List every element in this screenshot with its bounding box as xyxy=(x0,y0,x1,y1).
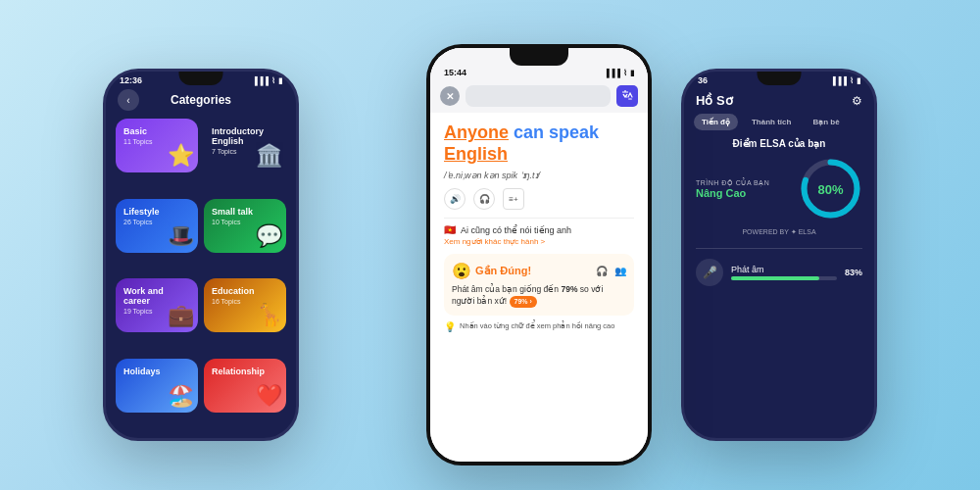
level-label: TRÌNH ĐỘ CỦA BẠN xyxy=(696,179,791,187)
translation-title: Anyone can speak English xyxy=(444,122,634,165)
holidays-emoji: 🏖️ xyxy=(168,383,194,409)
vn-flag: 🇻🇳 xyxy=(444,224,456,235)
category-relationship[interactable]: Relationship ❤️ xyxy=(204,359,286,413)
search-field[interactable] xyxy=(466,85,611,107)
holidays-title: Holidays xyxy=(123,367,190,376)
phones-container: 12:36 ▐▐▐ ⌇ ▮ ‹ Categories Basic 11 Topi… xyxy=(49,20,931,470)
relationship-title: Relationship xyxy=(212,367,278,376)
back-button[interactable]: ‹ xyxy=(118,89,139,111)
category-lifestyle[interactable]: Lifestyle 26 Topics 🎩 xyxy=(116,199,198,253)
tab-friends[interactable]: Bạn bè xyxy=(805,114,847,130)
center-wifi: ⌇ xyxy=(623,69,627,77)
audio-btn-add[interactable]: ≡+ xyxy=(503,188,524,210)
audio-btn-2[interactable]: 🎧 xyxy=(473,188,495,210)
left-status-icons: ▐▐▐ ⌇ ▮ xyxy=(252,76,282,85)
level-value: Nâng Cao xyxy=(696,187,791,199)
profile-title: Hồ Sơ xyxy=(696,93,733,108)
phone-right: 36 ▐▐▐ ⌇ ▮ Hồ Sơ ⚙ Tiến độ Thành tích Bạ… xyxy=(681,69,877,441)
basic-title: Basic xyxy=(123,126,190,136)
category-basic[interactable]: Basic 11 Topics ⭐ xyxy=(116,119,198,172)
category-work[interactable]: Work and career 19 Topics 💼 xyxy=(116,278,198,332)
battery-icon: ▮ xyxy=(278,76,282,85)
search-bar: ✕ xyxy=(430,79,648,113)
tip-text: Nhấn vào từng chữ để xem phản hồi nâng c… xyxy=(460,321,614,331)
smalltalk-emoji: 💬 xyxy=(256,223,282,249)
center-main: Anyone can speak English /ˈe.niˌwən kən … xyxy=(430,113,648,462)
divider-1 xyxy=(444,218,634,219)
left-header: ‹ Categories xyxy=(106,87,296,113)
tab-progress[interactable]: Tiến độ xyxy=(694,114,738,130)
vn-text: Ai cũng có thể nói tiếng anh xyxy=(461,225,571,235)
result-people-icon[interactable]: 👥 xyxy=(614,266,626,276)
skill-info: Phát âm xyxy=(731,265,837,280)
audio-controls: 🔊 🎧 ≡+ xyxy=(444,188,634,210)
phone-center: 15:44 ▐▐▐ ⌇ ▮ ✕ xyxy=(426,44,652,466)
center-notch xyxy=(510,48,568,66)
lifestyle-emoji: 🎩 xyxy=(168,223,194,249)
right-wifi: ⌇ xyxy=(850,76,854,85)
elsa-brand: POWERED BY ✦ ELSA xyxy=(696,228,862,236)
right-battery: ▮ xyxy=(857,76,860,85)
result-audio-btn[interactable]: 🎧 xyxy=(596,266,608,276)
skill-pct: 83% xyxy=(845,268,862,277)
smalltalk-title: Small talk xyxy=(212,207,278,217)
skill-bar-wrap xyxy=(731,276,837,280)
word-english[interactable]: English xyxy=(444,144,508,164)
skill-bar-fill xyxy=(731,276,819,280)
center-phone-content: 15:44 ▐▐▐ ⌇ ▮ ✕ xyxy=(430,48,648,462)
relationship-emoji: ❤️ xyxy=(256,383,282,409)
score-title: Điểm ELSA của bạn xyxy=(696,138,862,149)
intro-emoji: 🏛️ xyxy=(256,143,282,169)
score-left: TRÌNH ĐỘ CỦA BẠN Nâng Cao xyxy=(696,179,791,199)
right-time: 36 xyxy=(698,75,708,85)
result-text-before: Phát âm của bạn giống đến xyxy=(452,284,561,294)
signal-icon: ▐▐▐ xyxy=(252,76,269,85)
word-can[interactable]: can xyxy=(514,122,544,142)
close-button[interactable]: ✕ xyxy=(440,86,460,106)
category-introductory[interactable]: Introductory English 7 Topics 🏛️ xyxy=(204,119,286,172)
word-speak[interactable]: speak xyxy=(549,122,599,142)
category-education[interactable]: Education 16 Topics 🦒 xyxy=(204,278,286,332)
right-phone-content: 36 ▐▐▐ ⌇ ▮ Hồ Sơ ⚙ Tiến độ Thành tích Bạ… xyxy=(684,72,874,438)
left-time: 12:36 xyxy=(120,75,142,85)
left-phone-content: 12:36 ▐▐▐ ⌇ ▮ ‹ Categories Basic 11 Topi… xyxy=(106,72,296,438)
translate-icon-svg xyxy=(620,89,634,103)
basic-emoji: ⭐ xyxy=(168,143,194,169)
result-pct: 79% xyxy=(561,284,577,294)
lifestyle-title: Lifestyle xyxy=(123,207,190,217)
left-notch xyxy=(179,72,223,85)
wifi-icon: ⌇ xyxy=(271,76,275,85)
tip-icon: 💡 xyxy=(444,321,456,332)
center-status-icons: ▐▐▐ ⌇ ▮ xyxy=(604,69,634,77)
word-anyone[interactable]: Anyone xyxy=(444,122,509,142)
skill-row-pronunciation: 🎤 Phát âm 83% xyxy=(684,253,874,292)
circular-progress: 80% xyxy=(799,157,862,220)
score-pct: 80% xyxy=(817,181,843,196)
edu-emoji: 🦒 xyxy=(256,303,282,328)
result-box: 😮 Gần Đúng! 🎧 👥 Phát âm của bạn giống đế… xyxy=(444,254,634,316)
edu-title: Education xyxy=(212,286,278,296)
result-text: Phát âm của bạn giống đến 79% so với ngư… xyxy=(452,284,626,308)
center-battery: ▮ xyxy=(630,69,634,77)
skill-name: Phát âm xyxy=(731,265,837,274)
translate-button[interactable] xyxy=(616,85,638,107)
right-signal: ▐▐▐ xyxy=(830,76,847,85)
categories-title: Categories xyxy=(171,93,231,107)
result-label: Gần Đúng! xyxy=(475,265,531,277)
microphone-icon: 🎤 xyxy=(696,259,723,286)
see-more[interactable]: Xem người khác thực hành > xyxy=(444,237,634,246)
score-row: TRÌNH ĐỘ CỦA BẠN Nâng Cao 80% xyxy=(696,157,862,220)
tab-achievement[interactable]: Thành tích xyxy=(744,114,799,130)
category-holidays[interactable]: Holidays 🏖️ xyxy=(116,359,198,413)
right-notch xyxy=(758,72,802,85)
right-divider xyxy=(696,248,862,249)
score-section: Điểm ELSA của bạn TRÌNH ĐỘ CỦA BẠN Nâng … xyxy=(684,138,874,244)
translation-vn: 🇻🇳 Ai cũng có thể nói tiếng anh xyxy=(444,224,634,235)
category-smalltalk[interactable]: Small talk 10 Topics 💬 xyxy=(204,199,286,253)
tip-box: 💡 Nhấn vào từng chữ để xem phản hồi nâng… xyxy=(444,321,634,332)
phone-left: 12:36 ▐▐▐ ⌇ ▮ ‹ Categories Basic 11 Topi… xyxy=(103,69,299,441)
right-tabs: Tiến độ Thành tích Bạn bè xyxy=(684,114,874,130)
center-signal: ▐▐▐ xyxy=(604,69,620,77)
audio-btn-1[interactable]: 🔊 xyxy=(444,188,466,210)
gear-icon[interactable]: ⚙ xyxy=(852,94,862,108)
